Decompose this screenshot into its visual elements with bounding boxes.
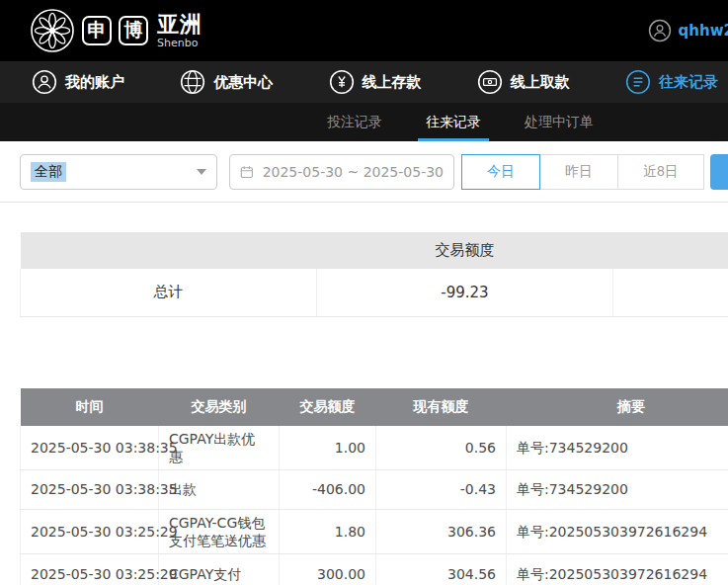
cell-memo: 单号:734529200 [507, 469, 728, 509]
col-header-balance: 现有额度 [376, 388, 507, 426]
summary-empty-cell [613, 269, 728, 316]
account-icon [32, 69, 57, 95]
cell-type: CGPAY出款优惠 [159, 426, 280, 470]
top-header: 申 博 亚洲 Shenbo qhhw2 [0, 0, 728, 61]
cell-balance: -0.43 [376, 469, 507, 509]
category-select[interactable]: 全部 [20, 154, 217, 190]
cell-time: 2025-05-30 03:38:35 [21, 426, 159, 470]
tab-label: 往来记录 [426, 114, 481, 131]
cell-memo: 单号:202505303972616294 [507, 509, 728, 553]
sub-navigation: 投注记录 往来记录 处理中订单 [0, 103, 728, 141]
cell-type: CGPAY-CG钱包支付笔笔送优惠 [159, 509, 280, 553]
search-button[interactable] [710, 154, 728, 190]
nav-item-deposit[interactable]: 线上存款 [329, 69, 422, 95]
summary-header-empty [21, 232, 317, 269]
brand-logo[interactable]: 申 博 亚洲 Shenbo [30, 8, 202, 53]
cell-amount: 1.80 [280, 509, 376, 553]
cell-time: 2025-05-30 03:25:29 [21, 509, 159, 553]
col-header-time: 时间 [21, 388, 159, 426]
table-row: 2025-05-30 03:25:29 CGPAY支付 300.00 304.5… [21, 554, 728, 585]
col-header-amount: 交易额度 [280, 388, 376, 426]
summary-header-row: 交易额度 [21, 232, 728, 269]
cell-type: 出款 [159, 469, 280, 509]
nav-item-withdraw[interactable]: 线上取款 [477, 69, 570, 95]
nav-label: 线上取款 [511, 73, 570, 92]
page: 申 博 亚洲 Shenbo qhhw2 我的账户 [0, 0, 728, 585]
cell-type: CGPAY支付 [159, 554, 280, 585]
logo-subtext: Shenbo [157, 38, 202, 48]
main-navigation: 我的账户 优惠中心 线上存款 线上取款 [0, 61, 728, 103]
calendar-icon [240, 164, 254, 180]
tab-pending-orders[interactable]: 处理中订单 [512, 103, 607, 141]
summary-total-row: 总计 -99.23 [21, 269, 728, 316]
deposit-icon [329, 69, 355, 95]
quick-date-buttons: 今日 昨日 近8日 [462, 154, 704, 190]
withdraw-icon [477, 69, 503, 95]
yesterday-button[interactable]: 昨日 [539, 154, 618, 190]
cell-balance: 304.56 [376, 554, 507, 585]
nav-label: 优惠中心 [213, 73, 273, 92]
cell-balance: 0.56 [376, 426, 507, 470]
table-row: 2025-05-30 03:25:29 CGPAY-CG钱包支付笔笔送优惠 1.… [21, 509, 728, 553]
flower-logo-icon [30, 8, 75, 53]
today-button[interactable]: 今日 [461, 154, 540, 190]
summary-table: 交易额度 总计 -99.23 [20, 232, 728, 317]
date-range-input[interactable]: 2025-05-30 ~ 2025-05-30 [229, 154, 454, 190]
nav-label: 我的账户 [65, 73, 124, 92]
table-row: 2025-05-30 03:38:35 CGPAY出款优惠 1.00 0.56 … [21, 426, 728, 470]
cell-memo: 单号:734529200 [507, 426, 728, 470]
table-header-row: 时间 交易类别 交易额度 现有额度 摘要 [21, 388, 728, 426]
records-section: 时间 交易类别 交易额度 现有额度 摘要 2025-05-30 03:38:35… [20, 388, 728, 585]
nav-label: 线上存款 [363, 73, 422, 92]
user-avatar-icon [648, 19, 672, 42]
tab-label: 投注记录 [327, 114, 382, 131]
category-select-value: 全部 [31, 162, 66, 182]
logo-char-bo: 博 [119, 16, 148, 45]
nav-item-promotions[interactable]: 优惠中心 [180, 69, 273, 95]
nav-label: 往来记录 [659, 73, 718, 92]
nav-item-my-account[interactable]: 我的账户 [32, 69, 124, 95]
cell-amount: -406.00 [280, 469, 376, 509]
table-row: 2025-05-30 03:38:35 出款 -406.00 -0.43 单号:… [21, 469, 728, 509]
logo-char-shen: 申 [82, 16, 112, 45]
cell-time: 2025-05-30 03:25:29 [21, 554, 159, 585]
logo-region: 亚洲 Shenbo [157, 14, 202, 48]
nav-item-transaction-records[interactable]: 往来记录 [625, 69, 718, 95]
summary-total-value: -99.23 [317, 269, 613, 316]
logo-region-text: 亚洲 [157, 14, 202, 36]
tab-transaction-records[interactable]: 往来记录 [413, 103, 494, 141]
summary-section: 交易额度 总计 -99.23 [20, 232, 728, 317]
records-icon [625, 69, 651, 95]
cell-amount: 300.00 [280, 554, 376, 585]
cell-balance: 306.36 [376, 509, 507, 553]
cell-amount: 1.00 [280, 426, 376, 470]
filter-bar: 全部 2025-05-30 ~ 2025-05-30 今日 昨日 近8日 [0, 141, 728, 203]
promo-icon [180, 69, 205, 95]
summary-header-empty [613, 232, 728, 269]
username-text: qhhw2 [679, 22, 728, 40]
summary-total-label: 总计 [21, 269, 317, 316]
date-range-value: 2025-05-30 ~ 2025-05-30 [263, 164, 444, 180]
col-header-type: 交易类别 [159, 388, 280, 426]
chevron-down-icon [197, 169, 206, 175]
cell-memo: 单号:202505303972616294 [507, 554, 728, 585]
summary-header-amount: 交易额度 [317, 232, 613, 269]
tab-betting-records[interactable]: 投注记录 [314, 103, 395, 141]
transactions-table: 时间 交易类别 交易额度 现有额度 摘要 2025-05-30 03:38:35… [20, 388, 728, 585]
tab-label: 处理中订单 [525, 114, 594, 131]
last-8-days-button[interactable]: 近8日 [617, 154, 704, 190]
col-header-memo: 摘要 [507, 388, 728, 426]
user-account[interactable]: qhhw2 [648, 0, 728, 61]
cell-time: 2025-05-30 03:38:35 [21, 469, 159, 509]
